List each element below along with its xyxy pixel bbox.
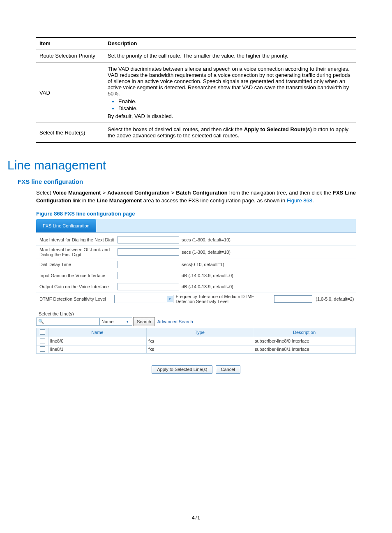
hint-text: (1.0-5.0, default=2): [316, 297, 355, 301]
search-field-select[interactable]: Name ▾: [99, 317, 132, 326]
col-type[interactable]: Type: [147, 328, 253, 337]
lines-table: Name Type Description line8/0 fxs subscr…: [36, 328, 356, 354]
hint-text: Frequency Tolerance of Medium DTMF Detec…: [176, 294, 270, 304]
vad-desc-pre: The VAD discriminates between silence an…: [108, 66, 353, 97]
checkbox-row[interactable]: [40, 338, 45, 343]
chevron-down-icon: ▾: [125, 319, 130, 324]
tab-fxs-line-config[interactable]: FXS Line Configuration: [36, 219, 96, 232]
hint-text: secs (1-300, default=10): [182, 250, 355, 255]
search-row: 🔍 Name ▾ Search Advanced Search: [36, 317, 356, 326]
hint-text: secs(0-10, default=1): [182, 262, 355, 267]
cell-name: line8/0: [48, 337, 147, 345]
cell-item: VAD: [36, 63, 104, 123]
search-button[interactable]: Search: [133, 317, 155, 326]
parameter-table: Item Description Route Selection Priorit…: [36, 37, 356, 143]
row-input-gain: Input Gain on the Voice Interface dB (-1…: [36, 270, 356, 281]
page-number: 471: [0, 515, 392, 521]
search-icon: 🔍: [38, 319, 44, 324]
hint-text: dB (-14.0-13.9, default=0): [182, 284, 355, 289]
figure-caption: Figure 868 FXS line configuration page: [36, 211, 356, 217]
bullet-item: Disable.: [118, 105, 138, 111]
row-dial-delay: Dial Delay Time secs(0-10, default=1): [36, 259, 356, 270]
table-row: line8/0 fxs subscriber-line8/0 Interface: [37, 337, 356, 345]
hint-text: secs (1-300, default=10): [182, 237, 355, 242]
row-output-gain: Output Gain on the Voice Interface dB (-…: [36, 281, 356, 292]
table-header-desc: Description: [104, 37, 356, 49]
col-description[interactable]: Description: [253, 328, 356, 337]
button-row: Apply to Selected Line(s) Cancel: [36, 365, 356, 374]
advanced-search-link[interactable]: Advanced Search: [157, 319, 193, 324]
heading-fxs-line-config: FXS line configuration: [18, 178, 356, 185]
table-row: VAD The VAD discriminates between silenc…: [36, 63, 356, 123]
vad-bullets: Enable. Disable.: [111, 98, 353, 111]
select-dtmf-sensitivity[interactable]: ▾: [114, 295, 173, 303]
row-max-interval-offhook: Max Interval between Off-hook and Dialin…: [36, 246, 356, 259]
row-dtmf-sensitivity: DTMF Detection Sensitivity Level ▾ Frequ…: [36, 292, 356, 306]
select-lines-label: Select the Line(s): [36, 308, 356, 317]
input-dial-delay[interactable]: [118, 261, 179, 268]
apply-button[interactable]: Apply to Selected Line(s): [152, 365, 212, 374]
tab-bar: FXS Line Configuration: [36, 219, 356, 233]
col-name[interactable]: Name: [48, 328, 147, 337]
table-row: Route Selection Priority Set the priorit…: [36, 49, 356, 63]
cell-desc: subscriber-line8/1 Interface: [253, 345, 356, 353]
chevron-down-icon: ▾: [167, 296, 173, 302]
table-row: line8/1 fxs subscriber-line8/1 Interface: [37, 345, 356, 353]
row-max-interval-next-digit: Max Interval for Dialing the Next Digit …: [36, 234, 356, 246]
table-row: Select the Route(s) Select the boxes of …: [36, 123, 356, 143]
intro-paragraph: Select Voice Management > Advanced Confi…: [36, 189, 356, 205]
table-header-item: Item: [36, 37, 104, 49]
input-input-gain[interactable]: [118, 272, 179, 279]
checkbox-all[interactable]: [40, 329, 45, 335]
figure-link[interactable]: Figure 868: [287, 197, 312, 204]
form-section: Max Interval for Dialing the Next Digit …: [36, 233, 356, 308]
cell-item: Select the Route(s): [36, 123, 104, 143]
input-max-interval-next-digit[interactable]: [118, 236, 179, 243]
cell-desc: subscriber-line8/0 Interface: [253, 337, 356, 345]
cell-desc: Set the priority of the call route. The …: [104, 49, 356, 63]
cell-name: line8/1: [48, 345, 147, 353]
cell-desc: Select the boxes of desired call routes,…: [104, 123, 356, 143]
vad-desc-post: By default, VAD is disabled.: [108, 113, 353, 119]
input-output-gain[interactable]: [118, 283, 179, 290]
bullet-item: Enable.: [118, 98, 136, 104]
search-input[interactable]: 🔍: [36, 317, 99, 326]
fxs-config-screenshot: FXS Line Configuration Max Interval for …: [36, 219, 356, 374]
input-freq-tolerance[interactable]: [274, 295, 312, 303]
cell-type: fxs: [147, 345, 253, 353]
heading-line-management: Line management: [7, 158, 356, 172]
checkbox-row[interactable]: [40, 346, 45, 352]
route-desc-pre: Select the boxes of desired call routes,…: [108, 126, 244, 132]
apply-routes-bold: Apply to Selected Route(s): [244, 126, 312, 132]
hint-text: dB (-14.0-13.9, default=0): [182, 273, 355, 278]
cancel-button[interactable]: Cancel: [216, 365, 240, 374]
input-max-interval-offhook[interactable]: [118, 248, 179, 256]
cell-type: fxs: [147, 337, 253, 345]
cell-item: Route Selection Priority: [36, 49, 104, 63]
cell-desc: The VAD discriminates between silence an…: [104, 63, 356, 123]
